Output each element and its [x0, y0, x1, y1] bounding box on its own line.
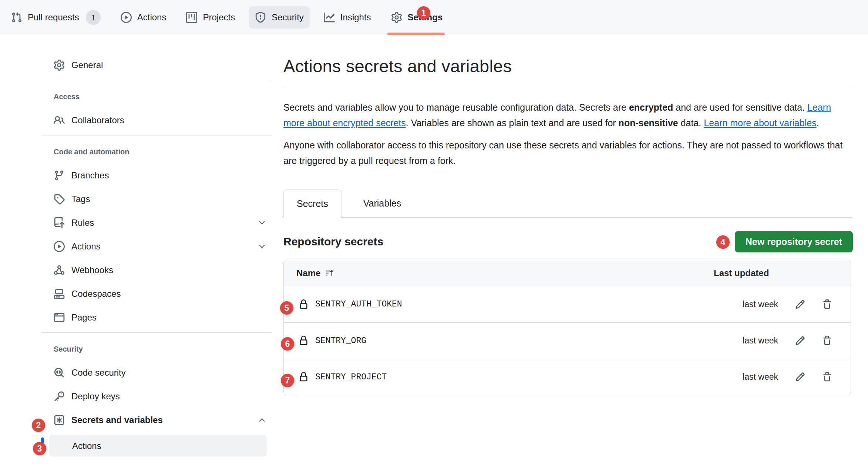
nav-tab-security[interactable]: Security: [249, 6, 310, 28]
sidebar-item-label: Tags: [71, 194, 90, 204]
sidebar-section-access: Access: [41, 89, 272, 104]
intro-text: and are used for sensitive data.: [673, 102, 807, 113]
repository-secrets-title: Repository secrets: [283, 235, 383, 248]
chevron-down-icon[interactable]: [258, 242, 266, 251]
active-tab-underline: [387, 33, 445, 35]
graph-icon: [324, 12, 335, 23]
intro-bold-encrypted: encrypted: [629, 102, 673, 113]
repo-tab-nav: Pull requests 1 Actions Projects Securit…: [0, 0, 868, 35]
nav-tab-projects[interactable]: Projects: [180, 6, 241, 28]
sidebar-section-security: Security: [41, 342, 272, 356]
main-content: Actions secrets and variables Secrets an…: [283, 56, 853, 395]
sidebar-item-pages[interactable]: Pages: [41, 309, 272, 326]
last-updated-value: last week: [743, 372, 778, 382]
pencil-icon: [795, 299, 805, 309]
new-repository-secret-button[interactable]: New repository secret: [735, 231, 853, 252]
project-icon: [186, 12, 197, 23]
delete-secret-button[interactable]: [822, 299, 832, 309]
nav-tab-label: Projects: [203, 13, 235, 22]
trash-icon: [822, 336, 832, 346]
sidebar-item-label: Secrets and variables: [71, 415, 163, 425]
secrets-variables-tablist: Secrets Variables: [283, 189, 853, 218]
delete-secret-button[interactable]: [822, 372, 832, 382]
sidebar-item-actions[interactable]: Actions: [41, 238, 272, 255]
key-asterisk-icon: [54, 415, 65, 426]
sidebar-subitem-actions-current[interactable]: Actions: [49, 435, 267, 457]
sidebar-item-codespaces[interactable]: Codespaces: [41, 285, 272, 303]
sidebar-item-label: Code security: [71, 368, 126, 378]
annotation-badge-7: 7: [281, 374, 294, 387]
annotation-badge-1: 1: [417, 6, 430, 20]
shield-icon: [255, 12, 266, 23]
row-actions: last week: [714, 372, 851, 382]
sidebar-subitem-label: Actions: [72, 441, 101, 451]
sidebar-item-code-security[interactable]: Code security: [41, 364, 272, 382]
sidebar-item-label: Pages: [71, 312, 97, 323]
nav-tab-label: Insights: [340, 13, 371, 22]
nav-tab-actions[interactable]: Actions: [115, 6, 172, 28]
browser-icon: [54, 312, 65, 323]
secret-name: SENTRY_PROJECT: [315, 372, 387, 382]
column-header-name: Name: [296, 268, 320, 278]
gear-icon: [54, 60, 65, 71]
learn-more-variables-link[interactable]: Learn more about variables: [704, 118, 816, 128]
tab-secrets[interactable]: Secrets: [283, 189, 342, 218]
chevron-up-icon[interactable]: [258, 416, 266, 425]
sort-ascending-icon[interactable]: [326, 269, 334, 277]
people-icon: [54, 115, 65, 126]
sidebar-item-branches[interactable]: Branches: [41, 167, 272, 184]
nav-tab-pull-requests[interactable]: Pull requests 1: [5, 4, 107, 30]
nav-tab-insights[interactable]: Insights: [318, 6, 377, 28]
secret-row-sentry-auth-token: SENTRY_AUTH_TOKEN last week: [284, 286, 851, 322]
sidebar-item-label: Branches: [71, 170, 109, 181]
sidebar-item-deploy-keys[interactable]: Deploy keys: [41, 388, 272, 405]
edit-secret-button[interactable]: [795, 336, 805, 346]
annotation-badge-2: 2: [32, 419, 45, 432]
row-actions: last week: [714, 299, 851, 309]
collaborator-access-paragraph: Anyone with collaborator access to this …: [283, 137, 853, 168]
key-icon: [54, 391, 65, 402]
sidebar-section-code-automation: Code and automation: [41, 144, 272, 159]
sidebar-item-tags[interactable]: Tags: [41, 190, 272, 208]
settings-sidebar: General Access Collaborators Code and au…: [41, 56, 272, 457]
git-pull-request-icon: [11, 12, 22, 23]
sidebar-item-general[interactable]: General: [41, 56, 272, 74]
page-title: Actions secrets and variables: [283, 56, 853, 77]
sidebar-item-rules[interactable]: Rules: [41, 214, 272, 232]
trash-icon: [822, 299, 832, 309]
sidebar-item-label: Rules: [71, 218, 94, 228]
codescan-icon: [54, 367, 65, 378]
secret-name: SENTRY_AUTH_TOKEN: [315, 299, 402, 309]
sidebar-divider: [41, 332, 272, 333]
play-icon: [121, 12, 132, 23]
annotation-badge-6: 6: [281, 337, 294, 350]
intro-text: . Variables are shown as plain text and …: [406, 118, 619, 128]
repo-push-icon: [54, 217, 65, 228]
tag-icon: [54, 194, 65, 205]
github-settings-page: Pull requests 1 Actions Projects Securit…: [0, 0, 868, 473]
sidebar-item-secrets-and-variables[interactable]: Secrets and variables: [41, 411, 272, 429]
annotation-badge-3: 3: [33, 442, 46, 455]
column-header-last-updated: Last updated: [714, 268, 851, 278]
gear-icon: [391, 12, 402, 23]
nav-tab-settings[interactable]: Settings: [385, 6, 449, 28]
tab-variables[interactable]: Variables: [350, 189, 414, 217]
sidebar-item-collaborators[interactable]: Collaborators: [41, 111, 272, 129]
pull-requests-counter-badge: 1: [86, 10, 101, 25]
edit-secret-button[interactable]: [795, 372, 805, 382]
lock-icon: [299, 336, 309, 346]
nav-tab-label: Actions: [137, 13, 166, 22]
codespaces-icon: [54, 288, 65, 299]
chevron-down-icon[interactable]: [258, 218, 266, 227]
sidebar-divider: [41, 80, 272, 80]
title-divider: [283, 86, 853, 86]
intro-text: data.: [678, 118, 704, 128]
edit-secret-button[interactable]: [795, 299, 805, 309]
pencil-icon: [795, 336, 805, 346]
sidebar-item-webhooks[interactable]: Webhooks: [41, 261, 272, 279]
trash-icon: [822, 372, 832, 382]
nav-tab-label: Security: [272, 13, 304, 22]
delete-secret-button[interactable]: [822, 336, 832, 346]
intro-paragraph: Secrets and variables allow you to manag…: [283, 100, 853, 131]
intro-text: Secrets and variables allow you to manag…: [283, 102, 629, 113]
